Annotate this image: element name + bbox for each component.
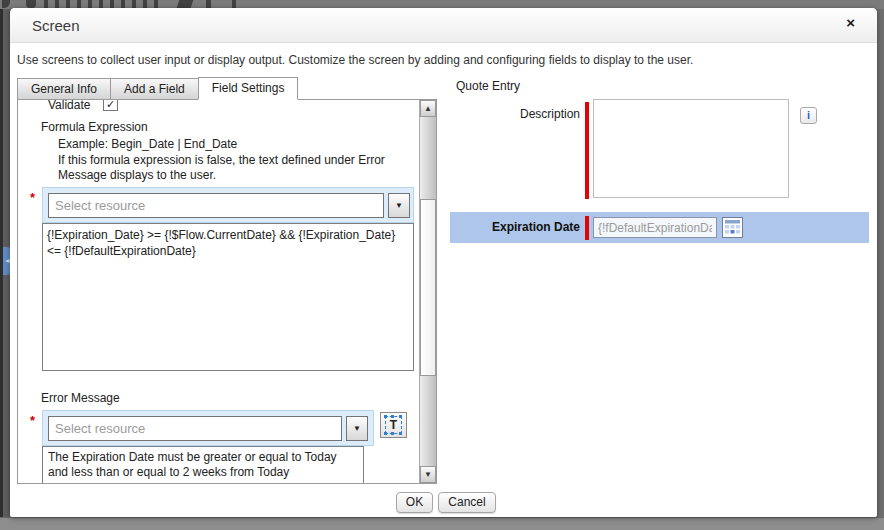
formula-expression-label: Formula Expression bbox=[41, 120, 148, 134]
formula-resource-combobox: ▼ bbox=[42, 187, 414, 223]
background-toolbar-fragment bbox=[2, 0, 10, 8]
rich-text-editor-button[interactable]: T bbox=[380, 412, 407, 438]
background-bottom-strip bbox=[0, 517, 884, 530]
ok-button[interactable]: OK bbox=[396, 492, 433, 513]
error-message-label: Error Message bbox=[41, 391, 120, 405]
tab-general-info[interactable]: General Info bbox=[17, 78, 110, 100]
dialog-header: Screen × bbox=[10, 8, 877, 43]
formula-resource-input[interactable] bbox=[48, 193, 384, 218]
preview-heading: Quote Entry bbox=[456, 79, 520, 93]
cancel-button[interactable]: Cancel bbox=[438, 492, 496, 513]
tab-add-a-field[interactable]: Add a Field bbox=[110, 78, 198, 100]
screen-dialog: Screen × Use screens to collect user inp… bbox=[10, 8, 877, 517]
background-toolbar-fragment bbox=[232, 0, 236, 8]
panel-scrollbar[interactable]: ▲ ▼ bbox=[419, 100, 436, 483]
info-icon[interactable]: i bbox=[800, 107, 817, 124]
required-marker: * bbox=[30, 190, 35, 205]
tab-bar: General Info Add a Field Field Settings bbox=[17, 77, 298, 100]
date-picker-calendar-icon[interactable] bbox=[722, 217, 743, 238]
close-icon[interactable]: × bbox=[846, 16, 855, 30]
formula-hint-text: If this formula expression is false, the… bbox=[58, 153, 408, 183]
formula-example-text: Example: Begin_Date | End_Date bbox=[58, 137, 237, 151]
scrollbar-thumb[interactable] bbox=[420, 199, 436, 376]
description-preview-textarea[interactable] bbox=[593, 99, 789, 198]
validate-checkbox[interactable]: ✓ bbox=[103, 99, 118, 111]
expiration-date-input[interactable] bbox=[593, 217, 717, 238]
required-bar bbox=[585, 216, 589, 240]
dialog-title: Screen bbox=[32, 17, 80, 34]
chevron-down-icon[interactable]: ▼ bbox=[388, 193, 410, 218]
formula-expression-textarea[interactable]: {!Expiration_Date} >= {!$Flow.CurrentDat… bbox=[42, 223, 414, 371]
error-resource-combobox: ▼ bbox=[42, 410, 374, 446]
dialog-description: Use screens to collect user input or dis… bbox=[17, 53, 857, 67]
background-toolbar-fragment bbox=[206, 0, 211, 8]
error-message-textarea[interactable]: The Expiration Date must be greater or e… bbox=[42, 446, 364, 484]
background-toolbar-fragment bbox=[26, 0, 36, 8]
scroll-up-icon[interactable]: ▲ bbox=[420, 100, 436, 117]
description-field-label: Description bbox=[450, 107, 580, 121]
scroll-down-icon[interactable]: ▼ bbox=[420, 466, 436, 483]
validate-label: Validate bbox=[48, 99, 90, 112]
expiration-date-field-label: Expiration Date bbox=[450, 220, 580, 234]
background-toolbar-icons bbox=[44, 0, 164, 8]
background-toolbar-fragment bbox=[177, 0, 194, 8]
required-bar bbox=[585, 102, 589, 199]
chevron-down-icon[interactable]: ▼ bbox=[346, 416, 368, 441]
field-settings-panel: Validate ✓ Formula Expression Example: B… bbox=[17, 99, 437, 484]
error-resource-input[interactable] bbox=[48, 416, 342, 441]
required-marker: * bbox=[30, 413, 35, 428]
text-box-icon: T bbox=[385, 416, 402, 434]
tab-field-settings[interactable]: Field Settings bbox=[198, 77, 299, 100]
